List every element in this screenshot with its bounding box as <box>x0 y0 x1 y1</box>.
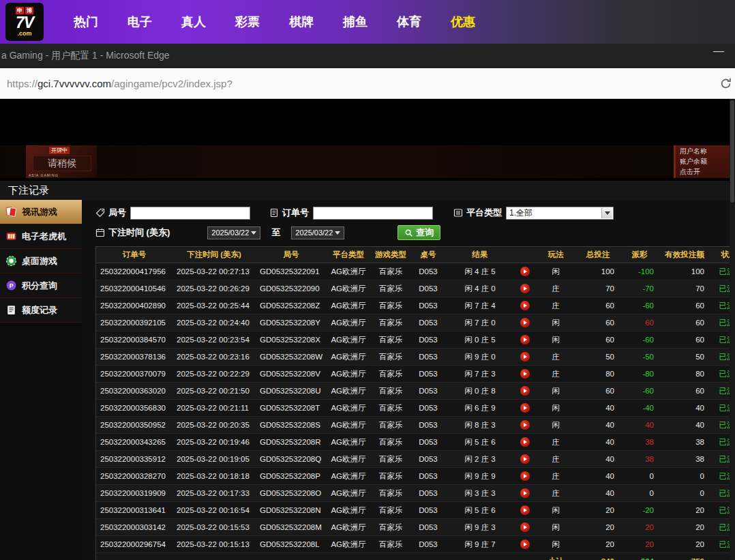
table-number-cell: D053 <box>411 519 445 536</box>
total-bet-cell: 20 <box>576 502 620 519</box>
svg-text:P: P <box>10 282 14 289</box>
play-video-button[interactable] <box>520 284 530 293</box>
sidebar-item-points[interactable]: P 积分查询 <box>0 274 82 298</box>
play-video-button[interactable] <box>520 403 530 413</box>
game-type-cell: 百家乐 <box>370 434 411 451</box>
play-type-cell: 闲 <box>535 263 576 280</box>
play-video-button[interactable] <box>520 522 530 532</box>
total-bet-cell: 40 <box>576 485 620 502</box>
round-cell: GD0532532208R <box>256 434 327 451</box>
sidebar-item-video-games[interactable]: 视讯游戏 <box>0 200 82 224</box>
game-type-cell: 百家乐 <box>370 536 411 553</box>
menu-item-live[interactable]: 真人 <box>181 14 206 30</box>
search-button[interactable]: 查询 <box>397 225 440 240</box>
play-video-button[interactable] <box>520 369 530 379</box>
game-type-cell: 百家乐 <box>370 314 411 331</box>
play-type-cell: 庄 <box>535 434 576 451</box>
platform-cell: AG欧洲厅 <box>327 263 370 280</box>
play-video-button[interactable] <box>520 540 530 549</box>
date-to-select[interactable]: 2025/03/22 <box>291 226 344 239</box>
play-video-button[interactable] <box>520 454 530 464</box>
main-menu: 热门 电子 真人 彩票 棋牌 捕鱼 体育 优惠 <box>74 14 475 30</box>
table-row: 2503220003630202025-03-22 00:21:50GD0532… <box>96 383 735 400</box>
game-type-cell: 百家乐 <box>370 366 411 383</box>
valid-bet-cell: 20 <box>659 519 710 536</box>
play-type-cell: 庄 <box>535 280 576 297</box>
play-type-cell: 闲 <box>535 383 576 400</box>
payout-cell: -80 <box>620 366 659 383</box>
url-text[interactable]: https://gci.7vvvvvv.com/agingame/pcv2/in… <box>7 78 232 89</box>
video-cell <box>515 383 535 400</box>
points-coin-icon: P <box>5 280 17 291</box>
round-cell: GD0532532208V <box>256 366 327 383</box>
sidebar-item-label: 桌面游戏 <box>22 255 57 267</box>
scrollbar-thumb[interactable] <box>730 100 734 203</box>
sidebar-item-table-games[interactable]: 桌面游戏 <box>0 249 82 274</box>
total-bet-cell: 60 <box>576 314 620 331</box>
column-header: 派彩 <box>620 247 659 263</box>
total-bet-cell: 60 <box>576 297 620 314</box>
valid-bet-cell: 38 <box>659 434 710 451</box>
table-row: 2503220003568302025-03-22 00:21:11GD0532… <box>96 400 735 417</box>
cards-icon <box>5 206 17 218</box>
sidebar-item-label: 额度记录 <box>22 304 57 316</box>
video-cell <box>515 468 535 485</box>
result-cell: 闲 0 庄 8 <box>445 383 515 400</box>
menu-item-electronic[interactable]: 电子 <box>127 14 152 30</box>
play-video-button[interactable] <box>520 488 530 498</box>
game-type-cell: 百家乐 <box>370 417 411 434</box>
minimize-button[interactable]: — <box>713 45 724 57</box>
reload-icon[interactable] <box>719 77 732 90</box>
play-video-button[interactable] <box>520 420 530 430</box>
total-bet-cell: 60 <box>576 331 620 349</box>
date-from-select[interactable]: 2025/03/22 <box>207 226 260 239</box>
game-type-cell: 百家乐 <box>370 451 411 468</box>
play-video-button[interactable] <box>520 301 530 310</box>
payout-cell: -100 <box>620 263 659 280</box>
column-header: 总投注 <box>576 247 620 263</box>
menu-item-sports[interactable]: 体育 <box>397 14 421 30</box>
sidebar-item-credit-records[interactable]: 额度记录 <box>0 298 82 323</box>
order-cell: 250322000303142 <box>96 519 172 536</box>
table-row: 2503220004028902025-03-22 00:25:44GD0532… <box>96 297 735 314</box>
menu-item-fishing[interactable]: 捕鱼 <box>343 14 368 30</box>
round-cell: GD0532532208N <box>256 502 327 519</box>
play-video-button[interactable] <box>520 471 530 481</box>
order-cell: 250322000296754 <box>96 536 172 553</box>
menu-item-chess[interactable]: 棋牌 <box>289 14 314 30</box>
brand-logo[interactable]: 申 博 7V .com <box>5 3 44 41</box>
play-video-button[interactable] <box>520 318 530 327</box>
column-header <box>515 247 535 263</box>
dropdown-arrow-icon <box>601 208 612 218</box>
play-video-button[interactable] <box>520 352 530 362</box>
play-video-button[interactable] <box>520 505 530 515</box>
order-cell: 250322000378136 <box>96 349 172 366</box>
search-button-label: 查询 <box>416 226 434 239</box>
play-type-cell: 闲 <box>535 519 576 536</box>
table-row: 2503220003432652025-03-22 00:19:46GD0532… <box>96 434 735 451</box>
table-row: 2503220004105462025-03-22 00:26:29GD0532… <box>96 280 735 297</box>
menu-item-lottery[interactable]: 彩票 <box>235 14 260 30</box>
document-icon <box>269 208 279 218</box>
time-cell: 2025-03-22 00:17:33 <box>172 485 256 502</box>
platform-type-select[interactable]: 1.全部 <box>506 207 614 220</box>
table-row: 2503220003359122025-03-22 00:19:05GD0532… <box>96 451 735 468</box>
play-video-button[interactable] <box>520 267 530 276</box>
play-video-button[interactable] <box>520 437 530 447</box>
tag-icon <box>95 208 105 218</box>
menu-item-hot[interactable]: 热门 <box>74 14 98 30</box>
play-video-button[interactable] <box>520 386 530 396</box>
total-bet-cell: 80 <box>576 366 620 383</box>
video-cell <box>515 417 535 434</box>
platform-cell: AG欧洲厅 <box>327 485 370 502</box>
table-number-cell: D053 <box>411 400 445 417</box>
result-cell: 闲 3 庄 3 <box>445 485 515 502</box>
menu-item-promotions[interactable]: 优惠 <box>451 14 475 30</box>
order-number-input[interactable] <box>313 207 433 220</box>
sidebar-item-slots[interactable]: 电子老虎机 <box>0 224 82 249</box>
page-scrollbar[interactable] <box>730 99 735 560</box>
payout-cell: -20 <box>620 502 659 519</box>
play-video-button[interactable] <box>520 335 530 344</box>
round-number-input[interactable] <box>130 207 250 220</box>
valid-bet-cell: 0 <box>659 468 710 485</box>
